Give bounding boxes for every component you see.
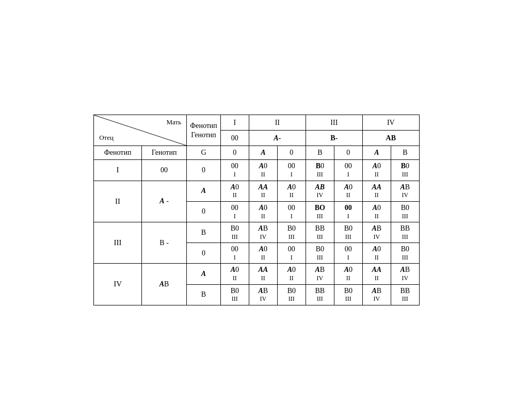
row-III-phenotype: III (94, 222, 142, 264)
cell-III-B-I: B0III (220, 222, 249, 243)
cell-IV-B-IVB: BBIII (391, 284, 419, 305)
cell-IV-B-IIA: ABIV (249, 284, 277, 305)
row-I-phenotype: I (94, 160, 142, 181)
sub-II-A: A (249, 146, 277, 160)
cell-II-0-IVB: B0III (391, 201, 419, 222)
cell-I-IVA: A0II (362, 160, 391, 181)
sub-IV-A: A (362, 146, 391, 160)
corner-mother: Мать (167, 118, 182, 127)
sub-genotype: Генотип (142, 146, 187, 160)
cell-III-B-IIIO: B0III (334, 222, 362, 243)
row-I-g: 0 (187, 160, 221, 181)
row-IV-phenotype: IV (94, 264, 142, 305)
cell-II-A-IIO: A0II (277, 181, 306, 201)
cell-II-A-I: A0II (220, 181, 249, 201)
cell-I-IIO: 00I (277, 160, 306, 181)
row-IV-g-A: A (187, 264, 221, 284)
row-II-phenotype: II (94, 181, 142, 222)
cell-I-IVB: B0III (391, 160, 419, 181)
cell-III-0-IVB: B0III (391, 243, 419, 264)
col-III-header: III (306, 115, 362, 131)
cell-IV-A-I: A0II (220, 264, 249, 284)
cell-IV-A-IIIB: ABIV (306, 264, 334, 284)
phenotype-genotype-header: Фенотип Генотип (187, 115, 221, 146)
cell-IV-A-IIO: A0II (277, 264, 306, 284)
col-I-header: I (220, 115, 249, 131)
row-III-genotype: B - (142, 222, 187, 264)
geno-II: A- (249, 131, 306, 146)
row-IV-genotype: AB (142, 264, 187, 305)
cell-III-B-IVB: BBIII (391, 222, 419, 243)
cell-I-IIA: A0II (249, 160, 277, 181)
col-IV-header: IV (362, 115, 419, 131)
row-IV-g-B: B (187, 284, 221, 305)
cell-III-B-IIA: ABIV (249, 222, 277, 243)
sub-III-zero: 0 (334, 146, 362, 160)
cell-IV-A-IVA: AAII (362, 264, 391, 284)
geno-III: B- (306, 131, 362, 146)
phenotype-label: Фенотип (190, 121, 217, 131)
cell-III-0-I: 00I (220, 243, 249, 264)
cell-II-0-IIO: 00I (277, 201, 306, 222)
row-II-genotype: A - (142, 181, 187, 222)
cell-III-0-IVA: A0II (362, 243, 391, 264)
cell-III-0-IIO: 00I (277, 243, 306, 264)
cell-II-A-IVB: ABIV (391, 181, 419, 201)
row-III-g-0: 0 (187, 243, 221, 264)
row-III-g-B: B (187, 222, 221, 243)
genotype-label: Генотип (190, 131, 217, 140)
cell-II-0-IIIO: 00I (334, 201, 362, 222)
col-II-header: II (249, 115, 306, 131)
table-wrapper: Мать Отец Фенотип Генотип I II III IV 00… (83, 104, 430, 316)
sub-IV-B: B (391, 146, 419, 160)
cell-IV-B-I: B0III (220, 284, 249, 305)
cell-III-0-IIIO: 00I (334, 243, 362, 264)
corner-cell: Мать Отец (94, 115, 187, 146)
cell-II-A-IIIO: A0II (334, 181, 362, 201)
cell-IV-B-IVA: ABIV (362, 284, 391, 305)
cell-IV-A-IVB: ABIV (391, 264, 419, 284)
blood-type-table: Мать Отец Фенотип Генотип I II III IV 00… (93, 115, 420, 305)
cell-IV-B-IIIO: B0III (334, 284, 362, 305)
geno-I: 00 (220, 131, 249, 146)
cell-I-IIIB: B0III (306, 160, 334, 181)
cell-III-0-IIA: A0II (249, 243, 277, 264)
cell-IV-B-IIIB: BBIII (306, 284, 334, 305)
cell-IV-B-IIO: B0III (277, 284, 306, 305)
cell-III-0-IIIB: B0III (306, 243, 334, 264)
cell-IV-A-IIIO: A0II (334, 264, 362, 284)
corner-father: Отец (99, 134, 114, 142)
cell-II-A-IVA: AAII (362, 181, 391, 201)
cell-III-B-IIIB: BBIII (306, 222, 334, 243)
cell-II-0-IIIB: BOIII (306, 201, 334, 222)
sub-I-zero: 0 (220, 146, 249, 160)
cell-IV-A-IIA: AAII (249, 264, 277, 284)
cell-II-0-IIA: A0II (249, 201, 277, 222)
cell-II-A-IIIB: ABIV (306, 181, 334, 201)
row-II-g-0: 0 (187, 201, 221, 222)
row-II-g-A: A (187, 181, 221, 201)
cell-I-I: 00I (220, 160, 249, 181)
cell-II-0-I: 00I (220, 201, 249, 222)
row-I-genotype: 00 (142, 160, 187, 181)
g-label: G (187, 146, 221, 160)
sub-II-zero: 0 (277, 146, 306, 160)
cell-II-0-IVA: A0II (362, 201, 391, 222)
sub-III-B: B (306, 146, 334, 160)
cell-I-IIIO: 00I (334, 160, 362, 181)
cell-III-B-IIO: B0III (277, 222, 306, 243)
cell-II-A-IIA: AAII (249, 181, 277, 201)
cell-III-B-IVA: ABIV (362, 222, 391, 243)
sub-phenotype: Фенотип (94, 146, 142, 160)
geno-IV: AB (362, 131, 419, 146)
